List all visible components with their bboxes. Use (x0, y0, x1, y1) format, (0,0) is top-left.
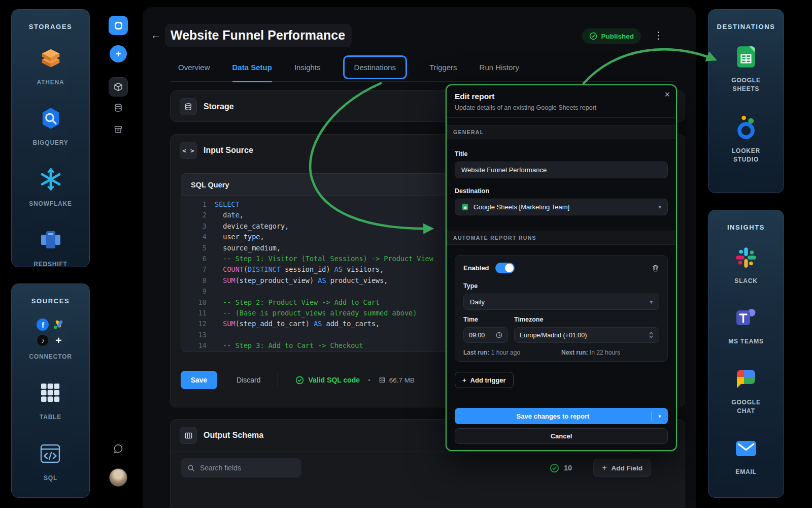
archive-tool-button[interactable] (109, 123, 128, 136)
type-label: Type (463, 282, 659, 290)
insight-item-ms-teams[interactable]: MS TEAMS (728, 305, 764, 346)
save-changes-button[interactable]: Save changes to report ▾ (455, 408, 668, 424)
code-icon: < > (180, 142, 197, 159)
insight-item-email[interactable]: EMAIL (733, 435, 759, 477)
cancel-label: Cancel (551, 432, 572, 440)
timezone-select[interactable]: Europe/Madrid (+01:00) (514, 327, 659, 343)
chevron-down-icon: ▾ (658, 204, 661, 210)
source-item-table[interactable]: TABLE (36, 378, 64, 422)
add-field-label: Add Field (612, 464, 643, 472)
chevron-down-icon[interactable]: ▾ (652, 413, 668, 420)
trigger-run-info: Last run: 1 hour ago Next run: In 22 hou… (463, 349, 659, 356)
timezone-label: Timezone (514, 316, 659, 323)
insight-item-label: MS TEAMS (728, 337, 764, 346)
insight-item-label: GOOGLE CHAT (722, 398, 770, 416)
save-button[interactable]: Save (181, 371, 217, 389)
source-item-sql[interactable]: SQL (36, 439, 64, 483)
modal-title: Edit report (455, 92, 668, 101)
sql-icon (36, 439, 64, 468)
add-trigger-button[interactable]: + Add trigger (455, 372, 514, 388)
report-title-input[interactable] (455, 162, 668, 178)
storage-item-redshift[interactable]: REDSHIFT (33, 226, 67, 269)
section-divider (171, 452, 685, 452)
insights-panel-title: INSIGHTS (727, 224, 765, 231)
storages-panel: STORAGES ATHENA (11, 9, 90, 267)
tab-data-setup[interactable]: Data Setup (232, 53, 272, 82)
storage-item-bigquery[interactable]: BIGQUERY (33, 104, 69, 147)
check-circle-icon (550, 463, 559, 473)
plus-icon: + (602, 463, 606, 472)
kebab-menu-icon[interactable]: ⋮ (654, 29, 663, 41)
storage-item-label: ATHENA (37, 78, 64, 87)
insight-item-google-chat[interactable]: GOOGLE CHAT (722, 366, 770, 416)
type-select[interactable]: Daily ▾ (463, 294, 659, 310)
datasets-tool-button[interactable] (109, 77, 128, 97)
insight-item-slack[interactable]: SLACK (733, 244, 759, 285)
app-logo[interactable] (109, 16, 128, 35)
table-icon (36, 378, 64, 407)
database-icon (114, 103, 123, 112)
status-badge-label: Published (601, 33, 634, 40)
more-connectors-icon: + (55, 334, 61, 346)
destination-select[interactable]: Google Sheets [Marketing Team] ▾ (455, 199, 668, 215)
search-fields-box (181, 458, 301, 478)
source-item-label: TABLE (40, 413, 61, 422)
close-icon[interactable]: × (664, 90, 670, 99)
help-chat-button[interactable] (109, 442, 128, 455)
title-field-label: Title (455, 150, 668, 157)
google-ads-icon (52, 319, 64, 331)
add-field-button[interactable]: + Add Field (593, 459, 651, 477)
clock-icon (496, 332, 502, 338)
search-fields-input[interactable] (200, 464, 286, 472)
add-trigger-label: Add trigger (470, 376, 506, 384)
last-run: Last run: 1 hour ago (463, 349, 561, 356)
insights-panel: INSIGHTS SLACK (708, 210, 784, 498)
trigger-card: Enabled Type Daily ▾ Time (455, 255, 668, 362)
check-circle-icon (295, 376, 304, 385)
database-icon (379, 376, 386, 384)
tab-overview[interactable]: Overview (178, 53, 210, 82)
section-header-general: GENERAL (447, 125, 676, 139)
tab-triggers[interactable]: Triggers (429, 53, 457, 82)
plus-icon: + (462, 376, 466, 384)
back-button[interactable]: ← (151, 29, 161, 41)
cancel-button[interactable]: Cancel (455, 428, 668, 444)
tab-destinations[interactable]: Destinations (354, 63, 396, 72)
query-size-label: 66.7 MB (389, 376, 415, 384)
status-badge: Published (582, 28, 641, 44)
destination-item-google-sheets[interactable]: GOOGLE SHEETS (722, 44, 770, 94)
time-input[interactable]: 09:00 (463, 327, 508, 343)
delete-trigger-button[interactable] (652, 264, 659, 272)
destination-item-looker-studio[interactable]: LOOKER STUDIO (722, 114, 770, 165)
enabled-toggle[interactable] (495, 263, 515, 273)
tab-run-history[interactable]: Run History (480, 53, 519, 82)
user-avatar[interactable] (109, 468, 127, 487)
source-item-connector[interactable]: f ♪ + CONNECTOR (29, 318, 72, 361)
query-size: 66.7 MB (379, 376, 415, 384)
app-root: STORAGES ATHENA (0, 0, 812, 508)
edit-report-modal: Edit report × Update details of an exist… (446, 84, 677, 451)
input-source-title: Input Source (204, 146, 253, 155)
database-icon (180, 98, 197, 115)
google-sheets-icon (733, 44, 759, 70)
updown-chevrons-icon (649, 331, 654, 339)
sql-valid-status: Valid SQL code (295, 376, 360, 385)
field-count-badge: 10 (550, 463, 572, 473)
storage-tool-button[interactable] (109, 101, 128, 114)
athena-icon (37, 44, 65, 72)
save-changes-label: Save changes to report (455, 412, 651, 420)
chevron-down-icon: ▾ (650, 299, 653, 305)
archive-icon (114, 125, 123, 134)
discard-button[interactable]: Discard (236, 376, 260, 384)
destinations-panel-title: DESTINATIONS (717, 23, 775, 30)
destination-item-label: GOOGLE SHEETS (722, 76, 770, 94)
storage-item-athena[interactable]: ATHENA (37, 44, 65, 87)
create-new-button[interactable]: + (110, 45, 127, 62)
app-sidebar: + (104, 0, 132, 508)
tab-destinations-highlight[interactable]: Destinations (343, 55, 408, 79)
insight-item-label: SLACK (734, 277, 757, 285)
slack-icon (733, 244, 759, 271)
storage-item-snowflake[interactable]: SNOWFLAKE (29, 165, 72, 208)
tab-insights[interactable]: Insights (294, 53, 321, 82)
source-item-label: SQL (44, 474, 57, 483)
